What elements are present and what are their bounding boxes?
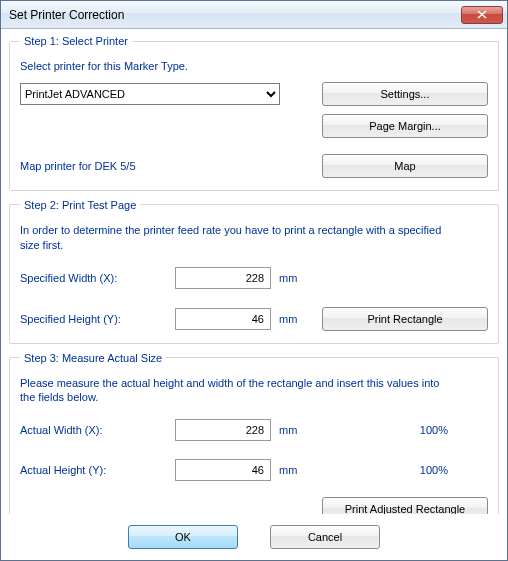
step1-instruction: Select printer for this Marker Type.	[20, 59, 488, 74]
page-margin-button[interactable]: Page Margin...	[322, 114, 488, 138]
specified-width-input[interactable]	[175, 267, 271, 289]
unit-label: mm	[279, 313, 309, 325]
settings-button[interactable]: Settings...	[322, 82, 488, 106]
actual-width-input[interactable]	[175, 419, 271, 441]
close-icon	[477, 10, 487, 19]
print-rectangle-button[interactable]: Print Rectangle	[322, 307, 488, 331]
step1-group: Step 1: Select Printer Select printer fo…	[9, 35, 499, 191]
specified-width-label: Specified Width (X):	[20, 272, 175, 284]
unit-label: mm	[279, 272, 309, 284]
map-button[interactable]: Map	[322, 154, 488, 178]
dialog-window: Set Printer Correction Step 1: Select Pr…	[0, 0, 508, 561]
step1-legend: Step 1: Select Printer	[20, 35, 132, 47]
actual-width-percent: 100%	[420, 424, 448, 436]
unit-label: mm	[279, 424, 309, 436]
step2-legend: Step 2: Print Test Page	[20, 199, 140, 211]
step3-legend: Step 3: Measure Actual Size	[20, 352, 166, 364]
printer-select[interactable]: PrintJet ADVANCED	[20, 83, 280, 105]
dialog-footer: OK Cancel	[1, 514, 507, 560]
actual-height-percent: 100%	[420, 464, 448, 476]
actual-width-label: Actual Width (X):	[20, 424, 175, 436]
unit-label: mm	[279, 464, 309, 476]
step3-group: Step 3: Measure Actual Size Please measu…	[9, 352, 499, 514]
cancel-button[interactable]: Cancel	[270, 525, 380, 549]
dialog-content: Step 1: Select Printer Select printer fo…	[1, 29, 507, 514]
titlebar: Set Printer Correction	[1, 1, 507, 29]
step2-instruction: In order to determine the printer feed r…	[20, 223, 450, 253]
close-button[interactable]	[461, 6, 503, 24]
step2-group: Step 2: Print Test Page In order to dete…	[9, 199, 499, 344]
map-printer-label: Map printer for DEK 5/5	[20, 160, 322, 172]
ok-button[interactable]: OK	[128, 525, 238, 549]
window-title: Set Printer Correction	[9, 8, 461, 22]
print-adjusted-rectangle-button[interactable]: Print Adjusted Rectangle	[322, 497, 488, 514]
step3-instruction: Please measure the actual height and wid…	[20, 376, 450, 406]
specified-height-input[interactable]	[175, 308, 271, 330]
actual-height-input[interactable]	[175, 459, 271, 481]
specified-height-label: Specified Height (Y):	[20, 313, 175, 325]
actual-height-label: Actual Height (Y):	[20, 464, 175, 476]
